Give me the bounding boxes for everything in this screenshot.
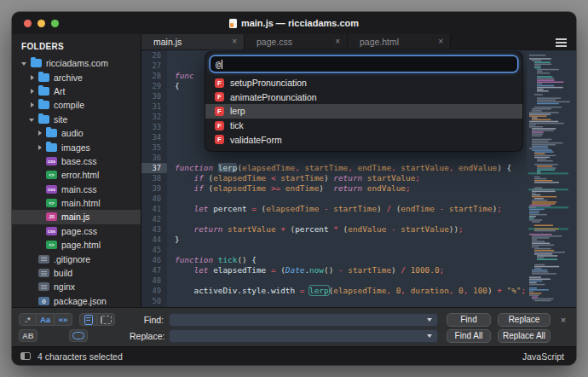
sidebar-item-archive[interactable]: archive	[12, 70, 141, 84]
chevron-right-icon[interactable]	[29, 88, 36, 95]
code-line-45[interactable]: 45	[141, 245, 527, 255]
autocomplete-input[interactable]: @	[210, 56, 517, 72]
minimize-window-button[interactable]	[37, 20, 45, 27]
chevron-spacer	[37, 241, 43, 248]
replace-button[interactable]: Replace	[498, 313, 551, 327]
code-line-42[interactable]: 42	[141, 214, 527, 224]
wrap-around-toggle[interactable]	[97, 313, 115, 326]
code-line-36[interactable]: 36	[141, 153, 527, 163]
close-tab-icon[interactable]: ×	[335, 38, 340, 46]
line-number: 26	[141, 50, 167, 61]
code-line-47[interactable]: 47 let elapsedTime = (Date.now() - start…	[141, 265, 527, 276]
whole-word-toggle[interactable]: AB	[19, 329, 37, 342]
title-bar[interactable]: main.js — ricciadams.com	[12, 12, 576, 34]
sidebar-item-site[interactable]: site	[12, 113, 141, 126]
code-text	[167, 132, 175, 142]
sidebar-item-label: main.html	[61, 198, 101, 208]
chevron-spacer	[37, 228, 43, 235]
sidebar-header: FOLDERS	[12, 39, 141, 56]
code-line-48[interactable]: 48	[141, 276, 527, 286]
replace-all-button[interactable]: Replace All	[498, 329, 551, 343]
code-text	[167, 61, 175, 71]
code-text: if (elapsedTime < startTime) return star…	[167, 173, 420, 183]
language-mode[interactable]: JavaScript	[522, 351, 564, 362]
code-line-40[interactable]: 40	[141, 194, 527, 204]
sidebar-item-package-json[interactable]: {}package.json	[12, 294, 141, 307]
find-input[interactable]	[169, 313, 438, 327]
code-line-38[interactable]: 38 if (elapsedTime < startTime) return s…	[141, 173, 527, 183]
config-icon	[38, 269, 49, 277]
sidebar-item-build[interactable]: build	[12, 266, 141, 280]
sidebar-item-page-css[interactable]: csspage.css	[12, 224, 141, 238]
sidebar-item-page-html[interactable]: <>page.html	[12, 238, 141, 252]
find-in-selection-toggle[interactable]	[79, 313, 97, 326]
replace-input[interactable]	[169, 329, 438, 343]
config-icon	[38, 255, 49, 264]
line-number: 48	[141, 276, 167, 286]
code-line-39[interactable]: 39 if (elapsedTime >= endTime) return en…	[141, 183, 527, 194]
code-line-50[interactable]: 50	[141, 296, 527, 306]
code-text	[167, 153, 175, 163]
close-window-button[interactable]	[24, 20, 32, 27]
minimap[interactable]	[527, 50, 576, 307]
function-icon: F	[215, 78, 224, 88]
find-button[interactable]: Find	[447, 313, 491, 327]
sidebar-item-base-css[interactable]: cssbase.css	[12, 154, 141, 168]
regex-toggle[interactable]: .*	[19, 313, 37, 326]
sidebar-item-images[interactable]: images	[12, 140, 141, 154]
tab-page-css[interactable]: page.css×	[245, 34, 348, 49]
tab-page-html[interactable]: page.html×	[348, 34, 451, 49]
line-number: 40	[141, 194, 167, 204]
folder-icon	[38, 101, 49, 109]
chevron-down-icon[interactable]	[21, 60, 28, 67]
tab-main-js[interactable]: main.js×	[141, 34, 245, 49]
sidebar-item-error-html[interactable]: <>error.html	[12, 168, 141, 182]
close-tab-icon[interactable]: ×	[232, 38, 237, 46]
line-number: 36	[141, 153, 167, 163]
chevron-spacer	[37, 213, 43, 220]
code-area[interactable]: 262728func29{3031323334353637function le…	[141, 50, 527, 307]
code-text	[167, 122, 175, 132]
autocomplete-item-animatePronunciation[interactable]: FanimatePronunciation	[205, 90, 522, 105]
autocomplete-item-lerp[interactable]: Flerp	[205, 104, 522, 119]
autocomplete-item-setupPronunciation[interactable]: FsetupPronunciation	[205, 76, 522, 90]
chevron-down-icon[interactable]	[427, 318, 432, 322]
autocomplete-item-validateForm[interactable]: FvalidateForm	[205, 132, 522, 147]
status-bar: 4 characters selected JavaScript	[12, 346, 576, 365]
chevron-right-icon[interactable]	[29, 74, 36, 81]
editor-pane-icon[interactable]	[20, 352, 31, 360]
preserve-case-toggle[interactable]	[69, 329, 88, 342]
find-all-button[interactable]: Find All	[447, 329, 491, 343]
code-line-49[interactable]: 49 activeDiv.style.width = lerp(elapsedT…	[141, 286, 527, 296]
code-line-41[interactable]: 41 let percent = (elapsedTime - startTim…	[141, 204, 527, 214]
chevron-down-icon[interactable]	[427, 334, 432, 338]
sidebar-item-Art[interactable]: Art	[12, 84, 141, 98]
match-case-toggle[interactable]: Aa	[37, 313, 55, 326]
chevron-right-icon[interactable]	[37, 144, 43, 151]
chevron-right-icon[interactable]	[37, 130, 43, 136]
chevron-right-icon[interactable]	[29, 102, 36, 108]
sidebar-item-main-css[interactable]: cssmain.css	[12, 183, 141, 196]
sidebar-item-label: nginx	[54, 281, 75, 292]
sidebar-item-audio[interactable]: audio	[12, 126, 141, 140]
sidebar-item-compile[interactable]: compile	[12, 98, 141, 112]
sidebar-item-main-js[interactable]: JSmain.js	[12, 210, 141, 223]
chevron-down-icon[interactable]	[29, 116, 36, 123]
autocomplete-item-tick[interactable]: Ftick	[205, 119, 522, 133]
sidebar-item-ricciadams-com[interactable]: ricciadams.com	[12, 56, 141, 70]
close-tab-icon[interactable]: ×	[438, 38, 443, 46]
close-findbar-icon[interactable]: ×	[557, 315, 569, 325]
code-text	[167, 214, 175, 224]
code-line-43[interactable]: 43 return startValue + (percent * (endVa…	[141, 224, 527, 235]
menu-icon[interactable]	[556, 38, 567, 47]
zoom-window-button[interactable]	[51, 20, 59, 27]
smart-quotes-toggle[interactable]: «»	[55, 313, 72, 326]
sidebar-item-nginx[interactable]: nginx	[12, 280, 141, 293]
sidebar-item-gitignore[interactable]: .gitignore	[12, 252, 141, 265]
code-line-46[interactable]: 46function tick() {	[141, 255, 527, 265]
code-line-44[interactable]: 44}	[141, 235, 527, 245]
sidebar-item-main-html[interactable]: <>main.html	[12, 196, 141, 210]
code-line-37[interactable]: 37function lerp(elapsedTime, startTime, …	[141, 163, 527, 173]
line-number: 35	[141, 142, 167, 153]
folder-icon	[46, 143, 57, 152]
